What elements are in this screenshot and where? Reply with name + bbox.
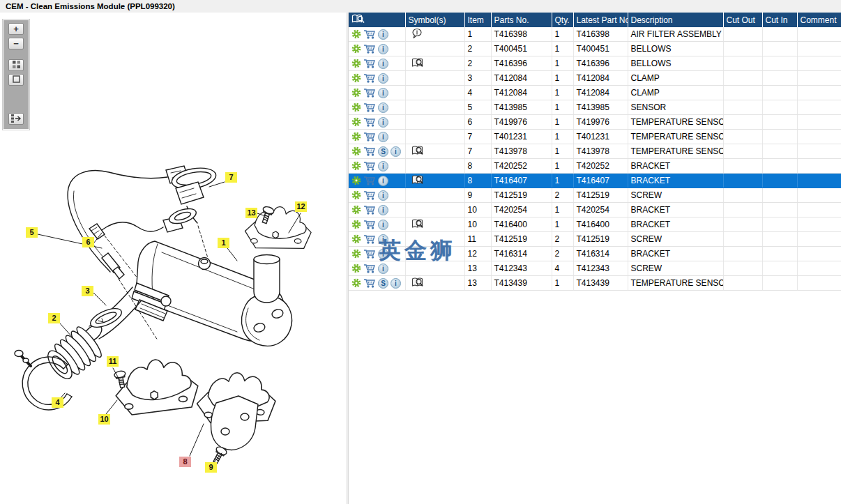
table-row[interactable]: S i 7 T413978 1 T413978 TEMPERATURE SENS… [349, 144, 841, 159]
part-options-gear-icon[interactable] [351, 117, 361, 127]
table-row[interactable]: i 4 T412084 1 T412084 CLAMP [349, 86, 841, 100]
table-row[interactable]: i 7 T401231 1 T401231 TEMPERATURE SENSOR [349, 130, 841, 144]
add-to-cart-icon[interactable] [363, 59, 376, 69]
info-icon[interactable]: i [378, 249, 388, 259]
comment-cell [797, 203, 841, 217]
illustration-book-icon[interactable] [411, 277, 424, 288]
part-options-gear-icon[interactable] [351, 190, 361, 200]
table-row[interactable]: i 8 T416407 1 T416407 BRACKET [349, 174, 841, 188]
info-icon[interactable]: i [391, 278, 401, 289]
info-icon[interactable]: i [378, 73, 388, 84]
illustration-book-icon[interactable] [411, 174, 424, 185]
diagram-label[interactable]: 9 [205, 462, 217, 473]
callout-balloon-icon[interactable] [411, 28, 423, 39]
add-to-cart-icon[interactable] [363, 264, 376, 274]
table-row[interactable]: i 9 T412519 2 T412519 SCREW [349, 188, 841, 203]
info-icon[interactable]: i [378, 220, 388, 230]
illustration-book-icon[interactable] [411, 145, 424, 156]
part-options-gear-icon[interactable] [351, 249, 361, 259]
add-to-cart-icon[interactable] [363, 44, 376, 54]
part-options-gear-icon[interactable] [351, 44, 361, 54]
table-row[interactable]: i 8 T420252 1 T420252 BRACKET [349, 159, 841, 174]
info-icon[interactable]: i [378, 190, 388, 201]
part-options-gear-icon[interactable] [351, 264, 361, 273]
add-to-cart-icon[interactable] [363, 220, 376, 230]
part-options-gear-icon[interactable] [351, 146, 361, 156]
table-row[interactable]: i 1 T416398 1 T416398 AIR FILTER ASSEMBL… [349, 27, 841, 42]
table-row[interactable]: i 11 T412519 2 T412519 SCREW [349, 232, 841, 247]
info-icon[interactable]: i [378, 234, 388, 245]
add-to-cart-icon[interactable] [363, 102, 376, 113]
part-options-gear-icon[interactable] [351, 220, 361, 229]
info-icon[interactable]: i [378, 205, 388, 215]
illustration-book-icon[interactable] [411, 57, 424, 68]
diagram-label[interactable]: 10 [98, 414, 110, 425]
part-options-gear-icon[interactable] [351, 205, 361, 215]
part-options-gear-icon[interactable] [351, 278, 361, 288]
add-to-cart-icon[interactable] [363, 29, 376, 40]
info-icon[interactable]: i [378, 59, 388, 69]
part-options-gear-icon[interactable] [351, 102, 361, 112]
info-icon[interactable]: i [378, 132, 388, 142]
info-icon[interactable]: i [378, 117, 388, 128]
table-row[interactable]: i 10 T416400 1 T416400 BRACKET [349, 217, 841, 232]
add-to-cart-icon[interactable] [363, 132, 376, 142]
table-row[interactable]: S i 13 T413439 1 T413439 TEMPERATURE SEN… [349, 276, 841, 291]
qty-cell: 2 [552, 247, 573, 261]
add-to-cart-icon[interactable] [363, 88, 376, 98]
diagram-label[interactable]: 3 [82, 286, 93, 296]
info-icon[interactable]: i [378, 44, 388, 54]
info-icon[interactable]: i [378, 176, 388, 186]
diagram-label[interactable]: 5 [26, 227, 38, 238]
diagram-label[interactable]: 2 [48, 313, 60, 323]
part-options-gear-icon[interactable] [351, 176, 361, 185]
info-icon[interactable]: i [378, 161, 388, 171]
supersession-badge[interactable]: S [378, 278, 388, 289]
latest-part-no-cell: T416407 [573, 174, 628, 188]
part-options-gear-icon[interactable] [351, 73, 361, 83]
add-to-cart-icon[interactable] [363, 278, 376, 289]
diagram-label[interactable]: 11 [107, 356, 119, 367]
add-to-cart-icon[interactable] [363, 161, 376, 171]
part-options-gear-icon[interactable] [351, 29, 361, 39]
add-to-cart-icon[interactable] [363, 146, 376, 157]
diagram-label[interactable]: 13 [245, 208, 257, 218]
part-options-gear-icon[interactable] [351, 132, 361, 142]
diagram-label[interactable]: 1 [218, 238, 229, 248]
diagram-label[interactable]: 8 [179, 457, 191, 467]
diagram-label[interactable]: 6 [82, 237, 94, 247]
table-row[interactable]: i 3 T412084 1 T412084 CLAMP [349, 71, 841, 86]
table-row[interactable]: i 13 T412343 4 T412343 SCREW [349, 261, 841, 276]
part-options-gear-icon[interactable] [351, 234, 361, 244]
table-row[interactable]: i 10 T420254 1 T420254 BRACKET [349, 203, 841, 217]
cut-out-cell [723, 86, 762, 100]
cut-out-cell [723, 42, 762, 56]
add-to-cart-icon[interactable] [363, 190, 376, 201]
part-options-gear-icon[interactable] [351, 59, 361, 68]
diagram-label[interactable]: 4 [52, 397, 63, 408]
diagram-label[interactable]: 7 [225, 172, 237, 183]
table-row[interactable]: i 5 T413985 1 T413985 SENSOR [349, 100, 841, 115]
table-row[interactable]: i 6 T419976 1 T419976 TEMPERATURE SENSOR [349, 115, 841, 130]
info-icon[interactable]: i [391, 146, 401, 157]
info-icon[interactable]: i [378, 29, 388, 40]
table-row[interactable]: i 12 T416314 2 T416314 BRACKET [349, 247, 841, 261]
comment-cell [797, 188, 841, 203]
info-icon[interactable]: i [378, 264, 388, 274]
table-row[interactable]: i 2 T416396 1 T416396 BELLOWS [349, 56, 841, 71]
table-row[interactable]: i 2 T400451 1 T400451 BELLOWS [349, 42, 841, 56]
part-options-gear-icon[interactable] [351, 161, 361, 171]
add-to-cart-icon[interactable] [363, 205, 376, 215]
part-options-gear-icon[interactable] [351, 88, 361, 98]
add-to-cart-icon[interactable] [363, 73, 376, 84]
info-icon[interactable]: i [378, 88, 388, 98]
supersession-badge[interactable]: S [378, 146, 388, 157]
diagram-label[interactable]: 12 [295, 201, 307, 212]
add-to-cart-icon[interactable] [363, 117, 376, 128]
add-to-cart-icon[interactable] [363, 249, 376, 259]
symbol-cell [405, 130, 464, 144]
illustration-book-icon[interactable] [411, 218, 424, 229]
add-to-cart-icon[interactable] [363, 234, 376, 245]
info-icon[interactable]: i [378, 102, 388, 113]
add-to-cart-icon[interactable] [363, 176, 376, 186]
